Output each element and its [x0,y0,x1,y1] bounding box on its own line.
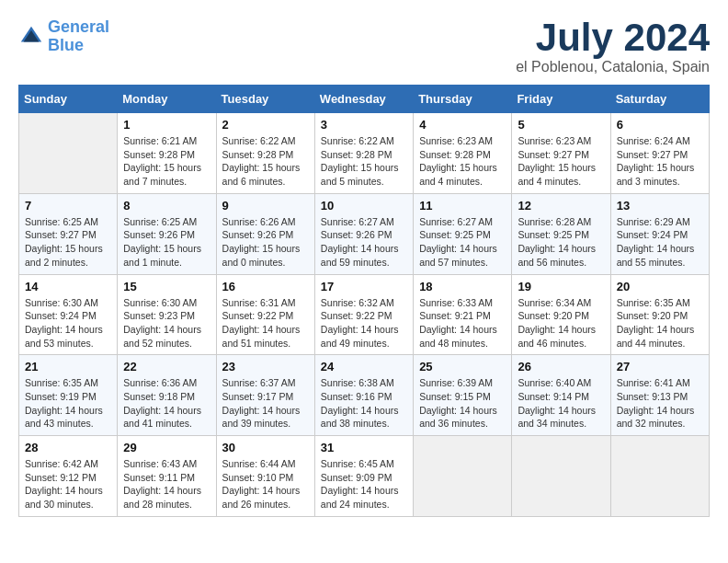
day-info: Sunrise: 6:23 AMSunset: 9:27 PMDaylight:… [518,134,604,189]
calendar-cell [610,436,709,517]
calendar-cell [512,436,610,517]
calendar-cell: 4Sunrise: 6:23 AMSunset: 9:28 PMDaylight… [414,113,512,194]
weekday-header-monday: Monday [118,86,216,113]
day-number: 24 [321,360,407,373]
day-info: Sunrise: 6:27 AMSunset: 9:26 PMDaylight:… [321,215,407,270]
weekday-header-thursday: Thursday [414,86,512,113]
day-info: Sunrise: 6:28 AMSunset: 9:25 PMDaylight:… [518,215,604,270]
calendar-cell: 8Sunrise: 6:25 AMSunset: 9:26 PMDaylight… [118,193,216,274]
calendar-week-row: 21Sunrise: 6:35 AMSunset: 9:19 PMDayligh… [19,355,710,436]
day-number: 14 [25,280,111,293]
calendar-cell: 7Sunrise: 6:25 AMSunset: 9:27 PMDaylight… [19,193,118,274]
calendar-cell: 14Sunrise: 6:30 AMSunset: 9:24 PMDayligh… [19,274,118,355]
day-number: 11 [419,199,506,213]
calendar-cell [414,436,512,517]
calendar-cell: 25Sunrise: 6:39 AMSunset: 9:15 PMDayligh… [414,355,512,436]
calendar-cell: 24Sunrise: 6:38 AMSunset: 9:16 PMDayligh… [314,355,413,436]
day-number: 1 [123,118,210,132]
calendar-cell: 13Sunrise: 6:29 AMSunset: 9:24 PMDayligh… [610,193,709,274]
page-header: General Blue July 2024 el Poblenou, Cata… [18,18,710,75]
calendar-cell: 3Sunrise: 6:22 AMSunset: 9:28 PMDaylight… [314,113,413,194]
calendar-cell: 31Sunrise: 6:45 AMSunset: 9:09 PMDayligh… [314,436,413,517]
month-title: July 2024 [516,18,710,57]
day-number: 30 [222,441,309,454]
weekday-header-friday: Friday [512,86,610,113]
day-number: 27 [617,360,703,373]
weekday-header-row: SundayMondayTuesdayWednesdayThursdayFrid… [19,86,710,113]
day-number: 22 [123,360,210,373]
calendar-cell [19,113,118,194]
day-number: 19 [518,280,604,293]
day-number: 17 [321,280,407,293]
day-number: 31 [321,441,407,454]
calendar-cell: 28Sunrise: 6:42 AMSunset: 9:12 PMDayligh… [19,436,118,517]
calendar-cell: 22Sunrise: 6:36 AMSunset: 9:18 PMDayligh… [118,355,216,436]
day-number: 8 [123,199,210,213]
logo-line1: General [48,17,109,36]
day-info: Sunrise: 6:45 AMSunset: 9:09 PMDaylight:… [321,457,407,511]
calendar-cell: 9Sunrise: 6:26 AMSunset: 9:26 PMDaylight… [216,193,314,274]
calendar-cell: 26Sunrise: 6:40 AMSunset: 9:14 PMDayligh… [512,355,610,436]
day-info: Sunrise: 6:26 AMSunset: 9:26 PMDaylight:… [222,215,309,270]
calendar-week-row: 14Sunrise: 6:30 AMSunset: 9:24 PMDayligh… [19,274,710,355]
calendar-cell: 29Sunrise: 6:43 AMSunset: 9:11 PMDayligh… [118,436,216,517]
day-info: Sunrise: 6:29 AMSunset: 9:24 PMDaylight:… [617,215,703,270]
calendar-cell: 1Sunrise: 6:21 AMSunset: 9:28 PMDaylight… [118,113,216,194]
calendar-cell: 17Sunrise: 6:32 AMSunset: 9:22 PMDayligh… [314,274,413,355]
day-info: Sunrise: 6:37 AMSunset: 9:17 PMDaylight:… [222,376,309,431]
weekday-header-saturday: Saturday [610,86,709,113]
calendar-week-row: 28Sunrise: 6:42 AMSunset: 9:12 PMDayligh… [19,436,710,517]
day-number: 12 [518,199,604,213]
calendar-cell: 10Sunrise: 6:27 AMSunset: 9:26 PMDayligh… [314,193,413,274]
title-area: July 2024 el Poblenou, Catalonia, Spain [516,18,710,75]
day-number: 16 [222,280,309,293]
day-info: Sunrise: 6:36 AMSunset: 9:18 PMDaylight:… [123,376,210,431]
day-info: Sunrise: 6:38 AMSunset: 9:16 PMDaylight:… [321,376,407,431]
day-info: Sunrise: 6:39 AMSunset: 9:15 PMDaylight:… [419,376,506,431]
logo: General Blue [18,18,109,55]
day-number: 4 [419,118,506,132]
day-info: Sunrise: 6:25 AMSunset: 9:26 PMDaylight:… [123,215,210,270]
day-number: 3 [321,118,407,132]
logo-line2: Blue [48,36,84,54]
day-number: 18 [419,280,506,293]
day-info: Sunrise: 6:33 AMSunset: 9:21 PMDaylight:… [419,296,506,350]
day-info: Sunrise: 6:23 AMSunset: 9:28 PMDaylight:… [419,134,506,189]
calendar-cell: 12Sunrise: 6:28 AMSunset: 9:25 PMDayligh… [512,193,610,274]
day-info: Sunrise: 6:22 AMSunset: 9:28 PMDaylight:… [222,134,309,189]
calendar-cell: 5Sunrise: 6:23 AMSunset: 9:27 PMDaylight… [512,113,610,194]
day-info: Sunrise: 6:24 AMSunset: 9:27 PMDaylight:… [617,134,703,189]
calendar-cell: 19Sunrise: 6:34 AMSunset: 9:20 PMDayligh… [512,274,610,355]
logo-icon [18,24,44,50]
calendar-cell: 6Sunrise: 6:24 AMSunset: 9:27 PMDaylight… [610,113,709,194]
day-info: Sunrise: 6:35 AMSunset: 9:19 PMDaylight:… [25,376,111,431]
logo-text: General Blue [48,18,109,55]
weekday-header-sunday: Sunday [19,86,118,113]
day-info: Sunrise: 6:30 AMSunset: 9:23 PMDaylight:… [123,296,210,350]
day-number: 9 [222,199,309,213]
calendar-cell: 2Sunrise: 6:22 AMSunset: 9:28 PMDaylight… [216,113,314,194]
day-info: Sunrise: 6:35 AMSunset: 9:20 PMDaylight:… [617,296,703,350]
day-info: Sunrise: 6:42 AMSunset: 9:12 PMDaylight:… [25,457,111,511]
day-number: 29 [123,441,210,454]
day-number: 2 [222,118,309,132]
calendar-cell: 16Sunrise: 6:31 AMSunset: 9:22 PMDayligh… [216,274,314,355]
day-info: Sunrise: 6:25 AMSunset: 9:27 PMDaylight:… [25,215,111,270]
calendar-cell: 18Sunrise: 6:33 AMSunset: 9:21 PMDayligh… [414,274,512,355]
day-number: 20 [617,280,703,293]
day-number: 15 [123,280,210,293]
day-number: 23 [222,360,309,373]
calendar-cell: 30Sunrise: 6:44 AMSunset: 9:10 PMDayligh… [216,436,314,517]
calendar-week-row: 1Sunrise: 6:21 AMSunset: 9:28 PMDaylight… [19,113,710,194]
day-info: Sunrise: 6:43 AMSunset: 9:11 PMDaylight:… [123,457,210,511]
day-number: 5 [518,118,604,132]
calendar-cell: 27Sunrise: 6:41 AMSunset: 9:13 PMDayligh… [610,355,709,436]
day-info: Sunrise: 6:34 AMSunset: 9:20 PMDaylight:… [518,296,604,350]
day-number: 6 [617,118,703,132]
weekday-header-tuesday: Tuesday [216,86,314,113]
calendar-cell: 11Sunrise: 6:27 AMSunset: 9:25 PMDayligh… [414,193,512,274]
calendar-week-row: 7Sunrise: 6:25 AMSunset: 9:27 PMDaylight… [19,193,710,274]
calendar-cell: 21Sunrise: 6:35 AMSunset: 9:19 PMDayligh… [19,355,118,436]
day-number: 10 [321,199,407,213]
day-info: Sunrise: 6:27 AMSunset: 9:25 PMDaylight:… [419,215,506,270]
